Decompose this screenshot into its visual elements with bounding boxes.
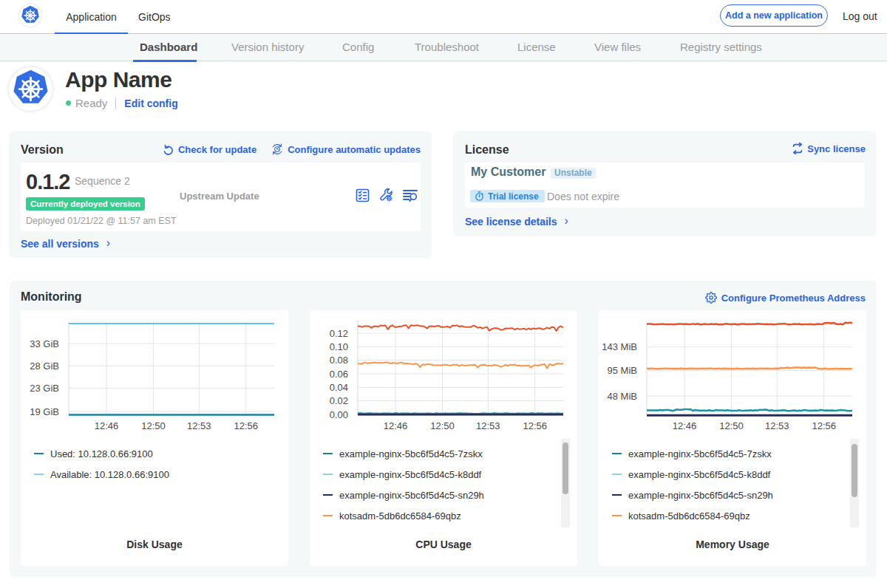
svg-text:12:50: 12:50 — [141, 420, 166, 431]
svg-text:95 MiB: 95 MiB — [608, 365, 637, 376]
svg-text:0.06: 0.06 — [330, 369, 348, 380]
svg-text:12:46: 12:46 — [384, 420, 408, 431]
svg-text:12:46: 12:46 — [95, 420, 119, 431]
svg-text:12:53: 12:53 — [187, 420, 211, 431]
svg-text:0.02: 0.02 — [330, 395, 348, 406]
svg-text:12:50: 12:50 — [719, 420, 744, 431]
svg-text:12:53: 12:53 — [765, 420, 789, 431]
svg-text:12:56: 12:56 — [234, 420, 258, 431]
svg-text:33 GiB: 33 GiB — [30, 338, 59, 349]
svg-text:0.00: 0.00 — [330, 409, 348, 420]
svg-text:28 GiB: 28 GiB — [30, 360, 59, 372]
svg-text:0.12: 0.12 — [330, 328, 348, 339]
svg-text:143 MiB: 143 MiB — [602, 341, 637, 352]
svg-text:0.10: 0.10 — [330, 341, 348, 352]
svg-text:0.04: 0.04 — [330, 382, 348, 393]
svg-text:19 GiB: 19 GiB — [30, 406, 59, 417]
svg-text:12:50: 12:50 — [430, 420, 455, 431]
svg-text:12:56: 12:56 — [523, 420, 547, 431]
svg-text:12:53: 12:53 — [476, 420, 500, 431]
svg-text:12:46: 12:46 — [673, 420, 697, 431]
svg-text:0.08: 0.08 — [330, 355, 348, 366]
svg-text:12:56: 12:56 — [812, 420, 836, 431]
svg-text:23 GiB: 23 GiB — [30, 383, 59, 394]
svg-text:48 MiB: 48 MiB — [608, 391, 637, 402]
